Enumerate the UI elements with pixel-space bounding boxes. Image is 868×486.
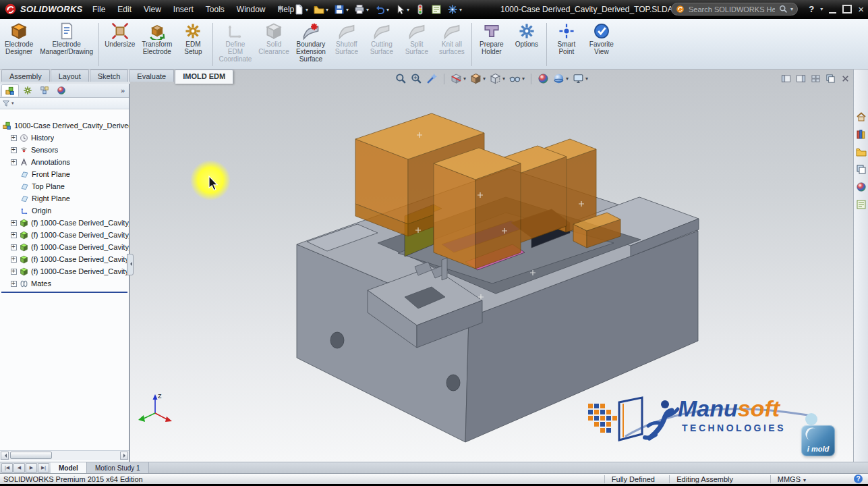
menu-tools[interactable]: Tools (200, 0, 231, 19)
tile-windows-button[interactable] (826, 74, 836, 84)
expander-icon[interactable] (11, 244, 17, 250)
panel-more-chevron[interactable]: » (121, 86, 127, 94)
filter-funnel-icon[interactable] (2, 99, 10, 107)
pin-menu-icon[interactable] (275, 4, 285, 14)
model-tab-model[interactable]: Model (51, 462, 87, 473)
displaymanager-tab[interactable] (53, 84, 69, 96)
search-input[interactable] (687, 5, 776, 14)
3d-scene[interactable]: Z (130, 70, 853, 462)
new-button[interactable] (291, 2, 310, 17)
scroll-next-button[interactable]: ▶ (26, 463, 37, 473)
quad-view-button[interactable] (811, 74, 821, 84)
scroll-first-button[interactable]: |◀ (1, 463, 13, 473)
propertymanager-tab[interactable] (20, 84, 36, 96)
solidworks-resources-button[interactable] (856, 111, 867, 122)
design-library-button[interactable] (856, 129, 867, 140)
favorite-view-button[interactable]: Favorite View (584, 20, 619, 69)
scrollbar-thumb[interactable] (10, 452, 52, 459)
edit-appearance-button[interactable] (538, 73, 549, 84)
file-explorer-button[interactable] (856, 146, 867, 157)
menu-window[interactable]: Window (231, 0, 272, 19)
menu-insert[interactable]: Insert (167, 0, 200, 19)
open-button[interactable] (312, 2, 330, 17)
electrode-designer-button[interactable]: Electrode Designer (1, 20, 36, 69)
transform-electrode-button[interactable]: Transform Electrode (138, 20, 175, 69)
print-button[interactable] (352, 2, 371, 17)
tree-item-front-plane[interactable]: Front Plane (0, 168, 129, 180)
minimize-button[interactable] (829, 5, 836, 14)
tab-evaluate[interactable]: Evaluate (129, 70, 174, 82)
prepare-holder-button[interactable]: Prepare Holder (474, 20, 509, 69)
tree-item-history[interactable]: History (0, 132, 129, 144)
featuremanager-pane-toggle-button[interactable] (781, 74, 791, 84)
undersize-button[interactable]: Undersize (101, 20, 138, 69)
hide-show-items-button[interactable] (509, 73, 525, 84)
view-palette-button[interactable] (856, 164, 867, 175)
tree-item-annotations[interactable]: Annotations (0, 156, 129, 168)
model-tab-motion-study-1[interactable]: Motion Study 1 (87, 462, 149, 473)
search-dropdown-caret[interactable]: ▾ (790, 6, 793, 12)
search-box[interactable]: ▾ (671, 3, 798, 16)
tree-item-right-plane[interactable]: Right Plane (0, 192, 129, 205)
tab-sketch[interactable]: Sketch (90, 70, 129, 82)
scroll-prev-button[interactable]: ◀ (13, 463, 25, 473)
section-view-button[interactable] (451, 73, 466, 84)
file-properties-button[interactable] (429, 2, 444, 17)
menu-edit[interactable]: Edit (111, 0, 138, 19)
expander-icon[interactable] (11, 135, 17, 141)
expander-icon[interactable] (11, 281, 17, 287)
tree-item-f-1000-case-derived-cavity-d-3[interactable]: (f) 1000-Case Derived_Cavity_D (0, 241, 129, 253)
search-icon[interactable] (779, 5, 788, 14)
tab-layout[interactable]: Layout (51, 70, 89, 82)
rebuild-button[interactable] (413, 2, 428, 17)
expander-icon[interactable] (11, 269, 17, 275)
tree-item-f-1000-case-derived-cavity-d[interactable]: (f) 1000-Case Derived_Cavity_D (0, 217, 129, 229)
custom-properties-button[interactable] (856, 199, 867, 210)
display-style-button[interactable] (490, 73, 505, 84)
tree-item-f-1000-case-derived-cavity-d-2[interactable]: (f) 1000-Case Derived_Cavity_D (0, 229, 129, 241)
boundary-extension-surface-button[interactable]: Boundary Extension Surface (293, 20, 329, 69)
view-orientation-button[interactable] (470, 73, 486, 84)
options-button[interactable] (445, 2, 464, 17)
help-caret-icon[interactable]: ▾ (820, 6, 823, 12)
expander-icon[interactable] (11, 220, 17, 226)
configurationmanager-tab[interactable] (36, 84, 53, 96)
scroll-left-button[interactable] (1, 452, 9, 460)
expander-icon[interactable] (11, 232, 17, 238)
help-button[interactable]: ? (809, 4, 814, 14)
tree-item-f-1000-case-derived-cavity-d-5[interactable]: (f) 1000-Case Derived_Cavity_D (0, 265, 129, 277)
units-selector[interactable]: MMGS (770, 475, 806, 483)
tree-item-top-plane[interactable]: Top Plane (0, 180, 129, 192)
featuremanager-tab[interactable] (1, 84, 19, 97)
scroll-last-button[interactable]: ▶| (38, 463, 49, 473)
maximize-button[interactable] (842, 5, 852, 14)
graphics-area[interactable]: Z (130, 70, 853, 462)
rollback-bar[interactable] (1, 292, 127, 293)
options-button[interactable]: Options (509, 20, 544, 69)
tree-item-mates[interactable]: Mates (0, 277, 129, 290)
expander-icon[interactable] (11, 147, 17, 153)
apply-scene-button[interactable] (553, 73, 569, 84)
tab-assembly[interactable]: Assembly (1, 70, 50, 82)
3d-drawing-view-button[interactable] (426, 73, 438, 84)
expander-icon[interactable] (11, 256, 17, 263)
electrode-manager-drawing-button[interactable]: Electrode Manager/Drawing (36, 20, 96, 69)
display-pane-toggle-button[interactable] (796, 74, 806, 84)
status-help-icon[interactable]: ? (854, 475, 863, 483)
zoom-to-area-button[interactable] (411, 73, 422, 84)
select-button[interactable] (393, 2, 411, 17)
filter-caret-icon[interactable]: ▾ (11, 101, 14, 106)
zoom-to-fit-button[interactable] (395, 73, 407, 84)
scroll-right-button[interactable] (120, 452, 128, 460)
menu-file[interactable]: File (86, 0, 111, 19)
close-button[interactable] (858, 5, 864, 13)
tree-item-sensors[interactable]: Sensors (0, 144, 129, 156)
menu-view[interactable]: View (138, 0, 167, 19)
smart-point-button[interactable]: Smart Point (549, 20, 584, 69)
tab-imold-edm[interactable]: IMOLD EDM (175, 70, 233, 84)
panel-splitter[interactable] (127, 254, 134, 275)
tree-root-item[interactable]: 1000-Case Derived_Cavity_Derived (0, 119, 129, 132)
view-settings-button[interactable] (573, 73, 588, 84)
save-button[interactable] (332, 2, 351, 17)
tree-item-f-1000-case-derived-cavity-d-4[interactable]: (f) 1000-Case Derived_Cavity_D (0, 253, 129, 265)
